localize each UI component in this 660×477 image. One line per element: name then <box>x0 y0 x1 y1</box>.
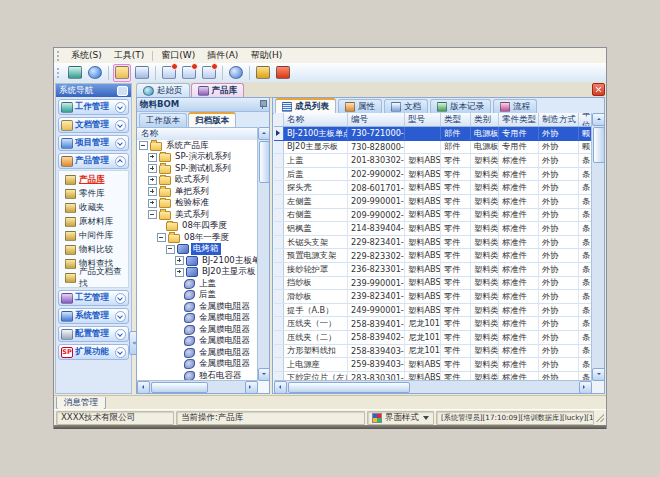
table-scrollbar-thumb[interactable] <box>593 127 605 163</box>
help-button[interactable] <box>227 64 245 82</box>
chevron-down-icon[interactable] <box>115 120 126 131</box>
row-selector-cell[interactable] <box>274 290 284 303</box>
content-tab-成员列表[interactable]: 成员列表 <box>275 98 336 113</box>
menu-item-2[interactable]: 窗口(W) <box>155 48 201 63</box>
row-selector-cell[interactable] <box>274 277 284 290</box>
chevron-down-icon[interactable] <box>115 138 126 149</box>
sidebar-group-文档管理[interactable]: 文档管理 <box>58 117 129 133</box>
menu-grip[interactable] <box>57 51 62 61</box>
tree-node[interactable]: 美式系列 <box>137 209 258 221</box>
tree-node[interactable]: 金属膜电阻器 <box>137 301 258 313</box>
content-tab-属性[interactable]: 属性 <box>338 99 382 113</box>
tab-产品库[interactable]: 产品库 <box>191 83 245 97</box>
sidebar-item-物料比较[interactable]: 物料比较 <box>59 243 128 257</box>
table-scroll-up-button[interactable] <box>592 113 605 126</box>
tree-node[interactable]: 08年四季度 <box>137 221 258 233</box>
expand-toggle-icon[interactable] <box>175 256 184 265</box>
tree-scroll-right-button[interactable] <box>245 381 258 394</box>
sidebar-item-产品库[interactable]: 产品库 <box>59 173 128 187</box>
expand-toggle-icon[interactable] <box>148 164 157 173</box>
column-header-制造方式[interactable]: 制造方式 <box>539 113 579 126</box>
table-scroll-left-button[interactable] <box>274 381 287 394</box>
column-header-名称[interactable]: 名称 <box>284 113 348 126</box>
table-row[interactable]: 上盖201-830302-00X塑料ABS零件塑料类标准件外协条 <box>274 154 592 168</box>
close-tab-button[interactable] <box>592 83 605 96</box>
table-row[interactable]: 提手（A.B）249-990001-01X塑料ABS零件塑料类标准件外协条 <box>274 304 592 318</box>
column-header-类别[interactable]: 类别 <box>471 113 499 126</box>
sidebar-item-原材料库[interactable]: 原材料库 <box>59 215 128 229</box>
expand-toggle-icon[interactable] <box>175 268 184 277</box>
row-selector-cell[interactable] <box>274 127 284 140</box>
expand-toggle-icon[interactable] <box>148 199 157 208</box>
content-tab-流程[interactable]: 流程 <box>493 99 537 113</box>
column-header-类型[interactable]: 类型 <box>441 113 471 126</box>
table-row[interactable]: BJ20主显示板730-828000-04X部件电源板专用件外协颗 <box>274 141 592 155</box>
tree-hscrollbar-thumb[interactable] <box>151 382 208 393</box>
sidebar-item-收藏夹[interactable]: 收藏夹 <box>59 201 128 215</box>
lock-button[interactable] <box>254 64 272 82</box>
tab-起始页[interactable]: 起始页 <box>136 83 190 97</box>
table-row[interactable]: 左侧盖209-990001-01X塑料ABS零件塑料类标准件外协条 <box>274 195 592 209</box>
chevron-down-icon[interactable] <box>115 329 126 340</box>
tree-node[interactable]: 金属膜电阻器 <box>137 313 258 325</box>
tree-node[interactable]: 系统产品库 <box>137 140 258 152</box>
collapse-toggle-icon[interactable] <box>166 245 175 254</box>
window-list-button[interactable] <box>133 64 151 82</box>
tree-node[interactable]: 检验标准 <box>137 198 258 210</box>
tree-node[interactable]: 上盖 <box>137 278 258 290</box>
document-close-button[interactable] <box>200 64 218 82</box>
table-row[interactable]: 上电源座259-839403-00X塑料ABS零件塑料类标准件外协条 <box>274 358 592 372</box>
menu-item-0[interactable]: 系统(S) <box>65 48 108 63</box>
row-selector-cell[interactable] <box>274 168 284 181</box>
content-tab-文档[interactable]: 文档 <box>384 99 428 113</box>
table-row[interactable]: 挡纱板239-990001-01X塑料ABS零件塑料类标准件外协条 <box>274 277 592 291</box>
row-selector-cell[interactable] <box>274 154 284 167</box>
sidebar-splitter[interactable]: « <box>132 83 135 394</box>
table-row[interactable]: 右侧盖209-990002-01X塑料ABS零件塑料类标准件外协条 <box>274 209 592 223</box>
sidebar-group-系统管理[interactable]: 系统管理 <box>58 308 129 324</box>
tree-node[interactable]: SP-测试机系列 <box>137 163 258 175</box>
ui-style-dropdown[interactable]: 界面样式 <box>367 411 434 425</box>
tree-scrollbar-thumb[interactable] <box>259 141 270 183</box>
table-row[interactable]: 滑纱板239-823401-00X塑料ABS零件塑料类标准件外协条 <box>274 290 592 304</box>
column-header-型号[interactable]: 型号 <box>405 113 441 126</box>
table-row[interactable]: 接纱轮护罩236-823301-00X塑料ABS零件塑料类标准件外协条 <box>274 263 592 277</box>
row-selector-cell[interactable] <box>274 181 284 194</box>
row-selector-cell[interactable] <box>274 263 284 276</box>
tree-node[interactable]: BJ20主显示板 <box>137 267 258 279</box>
table-row[interactable]: 预置电源支架229-823302-00X塑料ABS零件塑料类标准件外协条 <box>274 249 592 263</box>
collapse-toggle-icon[interactable] <box>157 233 166 242</box>
tree-node[interactable]: 08年一季度 <box>137 232 258 244</box>
sidebar-group-扩展功能[interactable]: SP扩展功能 <box>58 344 129 360</box>
resize-grip[interactable] <box>596 414 604 422</box>
row-selector-cell[interactable] <box>274 317 284 330</box>
table-scroll-right-button[interactable] <box>579 381 592 394</box>
tree-node[interactable]: BJ-2100主板单点 <box>137 255 258 267</box>
table-row[interactable]: 压线夹（一）258-839401-00X尼龙1010零件塑料类标准件外协条 <box>274 317 592 331</box>
sidebar-group-项目管理[interactable]: 项目管理 <box>58 135 129 151</box>
chevron-down-icon[interactable] <box>115 347 126 358</box>
menu-item-1[interactable]: 工具(T) <box>108 48 151 63</box>
chevron-down-icon[interactable] <box>115 293 126 304</box>
expand-toggle-icon[interactable] <box>148 153 157 162</box>
tree-horizontal-scrollbar[interactable] <box>137 380 258 393</box>
sidebar-item-中间件库[interactable]: 中间件库 <box>59 229 128 243</box>
tree-node[interactable]: 金属膜电阻器 <box>137 324 258 336</box>
open-folder-button[interactable] <box>113 64 131 82</box>
toolbar-grip[interactable] <box>57 68 62 78</box>
content-tab-版本记录[interactable]: 版本记录 <box>430 99 491 113</box>
collapse-toggle-icon[interactable] <box>148 210 157 219</box>
table-row[interactable]: 后盖202-990002-01X塑料ABS零件塑料类标准件外协条 <box>274 168 592 182</box>
row-selector-cell[interactable] <box>274 249 284 262</box>
tree-node[interactable]: 电烤箱 <box>137 244 258 256</box>
sidebar-group-工艺管理[interactable]: 工艺管理 <box>58 290 129 306</box>
table-row[interactable]: 探头壳208-601701-01X塑料ABS零件塑料类标准件外协条 <box>274 181 592 195</box>
new-document-button[interactable] <box>160 64 178 82</box>
row-selector-cell[interactable] <box>274 345 284 358</box>
tree-node[interactable]: 欧式系列 <box>137 175 258 187</box>
sidebar-group-配置管理[interactable]: 配置管理 <box>58 326 129 342</box>
expand-toggle-icon[interactable] <box>148 176 157 185</box>
table-hscrollbar-thumb[interactable] <box>288 382 410 393</box>
row-selector-cell[interactable] <box>274 222 284 235</box>
exit-button[interactable] <box>274 64 292 82</box>
